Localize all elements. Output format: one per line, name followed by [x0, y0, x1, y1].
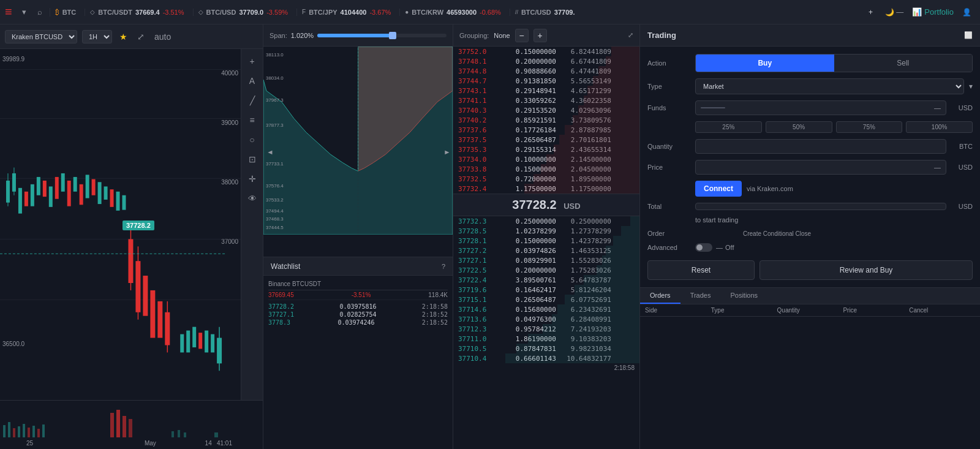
watchlist-help[interactable]: ?	[442, 263, 445, 270]
expand-chart-icon[interactable]: ⤢	[135, 31, 147, 43]
pair-selector[interactable]: Kraken BTCUSD	[5, 30, 77, 43]
tool-move[interactable]: ✛	[244, 170, 261, 187]
bid-price: 37710.4	[458, 355, 501, 363]
bid-price: 37722.4	[458, 276, 501, 284]
tool-circle[interactable]: ○	[244, 131, 261, 148]
ob-bid-row: 37727.2 0.03974826 1.46353125	[453, 246, 639, 255]
type-dropdown-icon[interactable]: ▾	[969, 82, 973, 91]
tool-measure[interactable]: ⊡	[244, 151, 261, 168]
theme-btn[interactable]: 🌙 —	[881, 6, 907, 19]
trade-expand-icon[interactable]: ⬜	[964, 31, 973, 39]
order-label: Order	[647, 230, 690, 237]
chart-panel: Kraken BTCUSD 1H ★ ⤢ auto 39989.9 40000 …	[0, 25, 263, 449]
ob-bid-row: 37713.6 0.04976300 6.28408991	[453, 314, 639, 324]
tool-text[interactable]: A	[244, 72, 261, 89]
pct-75-btn[interactable]: 75%	[836, 121, 903, 133]
create-conditional-link[interactable]: Create Conditional Close	[743, 230, 811, 237]
sell-btn[interactable]: Sell	[834, 55, 973, 72]
favorite-icon[interactable]: ★	[117, 31, 130, 43]
review-buy-btn[interactable]: Review and Buy	[760, 260, 973, 280]
ask-price: 37748.1	[458, 58, 501, 66]
bid-size: 3.89500761	[501, 276, 556, 284]
ob-ask-row: 37740.2 0.85921591 3.73809576	[453, 115, 639, 125]
ticker-btcusdt[interactable]: ◇ BTC/USDT 37669.4 -3.51%	[85, 9, 189, 16]
ticker-btckrw[interactable]: ● BTC/KRW 46593000 -0.68%	[399, 9, 506, 16]
bid-size: 0.25000000	[501, 217, 556, 225]
bid-price: 37719.6	[458, 286, 501, 294]
ob-bid-row: 37714.6 0.15680000 6.23432691	[453, 304, 639, 314]
pct-100-btn[interactable]: 100%	[906, 121, 973, 133]
ticker-btcusdt-change: -3.51%	[163, 9, 184, 16]
ask-size: 0.33059262	[501, 97, 556, 105]
watchlist-content: Binance BTCUSDT 37669.45 -3.51% 118.4K 3…	[263, 276, 453, 449]
chart-svg	[0, 49, 241, 400]
ob-mid-price: 37728.2 USD	[453, 194, 639, 216]
ticker-btcjpy[interactable]: F BTC/JPY 4104400 -3.67%	[296, 9, 396, 16]
svg-rect-46	[8, 422, 10, 437]
depth-header: Span: 1.020%	[263, 25, 453, 47]
search-btn[interactable]: ⌕	[34, 5, 46, 19]
bid-total: 0.25000000	[556, 217, 611, 225]
svg-rect-13	[43, 181, 47, 197]
ask-price: 37734.0	[458, 156, 501, 164]
ticker-btcusdt-price: 37669.4	[135, 9, 160, 16]
tool-crosshair[interactable]: +	[244, 53, 261, 70]
span-handle[interactable]	[389, 32, 396, 39]
trade-header: Trading ⬜	[640, 25, 980, 47]
svg-rect-54	[110, 413, 114, 437]
tool-patterns[interactable]: ≡	[244, 111, 261, 129]
buy-btn[interactable]: Buy	[696, 55, 834, 72]
ticker-btcusd[interactable]: ◇ BTC/USD 37709.0 -3.59%	[193, 9, 293, 16]
dropdown-btn[interactable]: ▾	[18, 5, 30, 19]
advanced-toggle[interactable]: — Off	[695, 243, 734, 252]
ask-price: 37741.1	[458, 97, 501, 105]
logo[interactable]: ≡	[5, 5, 12, 19]
ticker-btcusd2[interactable]: // BTC/USD 37709.	[510, 9, 580, 16]
quantity-input[interactable]	[695, 139, 946, 154]
user-btn[interactable]: 👤	[959, 6, 975, 19]
bid-price: 37710.5	[458, 345, 501, 353]
reset-btn[interactable]: Reset	[647, 260, 755, 280]
svg-rect-53	[42, 424, 45, 437]
tool-eye[interactable]: 👁	[244, 190, 261, 207]
bid-price: 37727.2	[458, 247, 501, 255]
svg-rect-59	[178, 430, 180, 437]
pct-25-btn[interactable]: 25%	[695, 121, 762, 133]
tab-trades[interactable]: Trades	[680, 288, 721, 304]
add-ticker-btn[interactable]: +	[865, 6, 876, 19]
main-layout: Kraken BTCUSD 1H ★ ⤢ auto 39989.9 40000 …	[0, 25, 980, 449]
portfolio-btn[interactable]: 📊 Portfolio	[912, 7, 954, 17]
bid-price: 37722.5	[458, 266, 501, 274]
ob-plus-btn[interactable]: +	[533, 29, 547, 42]
ticker-btc[interactable]: ₿ BTC	[50, 8, 81, 17]
span-bar[interactable]	[317, 34, 447, 37]
svg-rect-21	[92, 179, 96, 195]
connect-btn[interactable]: Connect	[695, 181, 742, 197]
tab-orders[interactable]: Orders	[640, 288, 680, 304]
svg-rect-18	[74, 177, 77, 192]
middle-panel: Span: 1.020%	[263, 25, 453, 449]
ask-total: 6.67441809	[556, 58, 611, 66]
ob-ask-row: 37748.1 0.20000000 6.67441809	[453, 56, 639, 66]
chart-current-price: 37728.2	[123, 221, 154, 230]
svg-rect-23	[104, 186, 108, 199]
toggle-switch[interactable]	[695, 243, 712, 252]
ob-expand-icon[interactable]: ⤢	[628, 31, 633, 39]
mid-price-value: 37728.2	[512, 198, 556, 211]
bid-size: 0.16462417	[501, 286, 556, 294]
ob-minus-btn[interactable]: −	[515, 29, 529, 42]
tab-positions[interactable]: Positions	[720, 288, 767, 304]
date-label-may: May	[145, 440, 156, 447]
svg-rect-41	[211, 334, 214, 353]
ob-time: 2:18:58	[453, 363, 639, 372]
ob-ask-row: 37732.4 1.17500000 1.17500000	[453, 184, 639, 194]
bid-size: 0.04976300	[501, 315, 556, 323]
tool-line[interactable]: ╱	[244, 92, 261, 109]
ticker-btckrw-change: -0.68%	[480, 9, 501, 16]
type-selector[interactable]: Market Limit Stop	[695, 78, 964, 94]
bid-size: 0.08929901	[501, 257, 556, 265]
buy-sell-toggle: Buy Sell	[695, 54, 973, 72]
pct-50-btn[interactable]: 50%	[766, 121, 832, 133]
timeframe-selector[interactable]: 1H	[82, 30, 112, 43]
type-row: Type Market Limit Stop ▾	[647, 78, 973, 94]
